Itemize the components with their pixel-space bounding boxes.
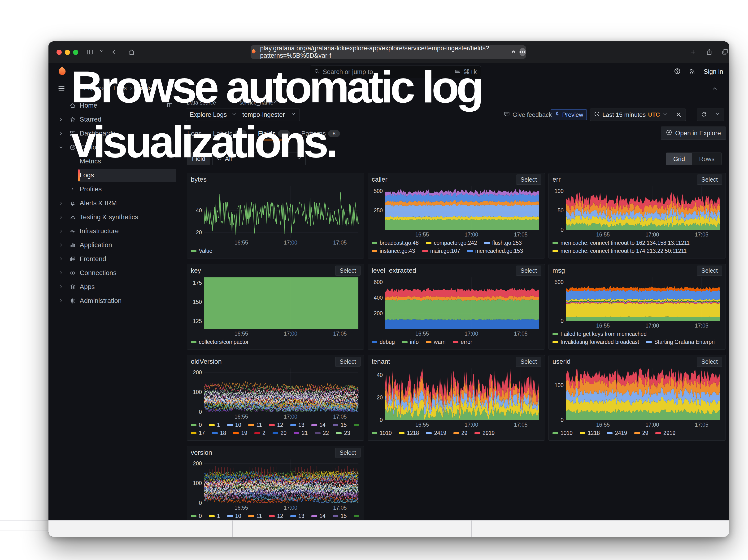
legend-item[interactable]: 16 (354, 513, 360, 519)
legend-item[interactable]: 1218 (399, 430, 419, 436)
legend-item[interactable]: memcached.go:153 (467, 248, 523, 254)
more-options-icon[interactable]: ••• (519, 48, 526, 56)
time-range-picker[interactable]: Last 15 minutes UTC (590, 109, 672, 121)
refresh-button[interactable] (697, 109, 711, 121)
panel-select-button[interactable]: Select (516, 357, 541, 367)
give-feedback-button[interactable]: Give feedback (504, 111, 552, 119)
legend-item[interactable]: 13 (290, 422, 304, 428)
legend-item[interactable]: 2919 (474, 430, 495, 436)
sidebar-item-connections[interactable]: Connections (55, 266, 176, 280)
panel-select-button[interactable]: Select (697, 265, 722, 276)
minimize-window-button[interactable] (65, 50, 70, 55)
legend-item[interactable]: 16 (354, 422, 360, 428)
legend-item[interactable]: 11 (248, 422, 262, 428)
sidebar-item-apps[interactable]: Apps (55, 280, 176, 294)
legend-item[interactable]: 14 (311, 513, 326, 519)
sidebar-item-testing-synthetics[interactable]: Testing & synthetics (55, 210, 176, 224)
help-icon[interactable] (674, 68, 681, 76)
legend-item[interactable]: 10 (227, 513, 241, 519)
legend-item[interactable]: 21 (294, 430, 308, 436)
legend-item[interactable]: debug (372, 339, 395, 345)
chevron-down-icon[interactable] (99, 48, 104, 56)
sidebar-item-frontend[interactable]: Frontend (55, 252, 176, 265)
refresh-interval-dropdown[interactable] (711, 109, 724, 121)
sidebar-item-application[interactable]: Application (55, 238, 176, 252)
sidebar-toggle-icon[interactable] (86, 48, 94, 56)
grafana-logo[interactable] (56, 66, 68, 78)
legend-item[interactable]: compactor.go:242 (426, 240, 477, 246)
back-icon[interactable] (110, 48, 118, 56)
legend-item[interactable]: 22 (315, 430, 329, 436)
legend-item[interactable]: 2 (254, 430, 265, 436)
legend-item[interactable]: 2419 (426, 430, 446, 436)
chevron-right-icon[interactable] (55, 284, 66, 289)
preview-badge[interactable]: Preview (551, 109, 587, 120)
panel-select-button[interactable]: Select (697, 357, 722, 367)
legend-item[interactable]: 15 (333, 513, 347, 519)
rows-view-button[interactable]: Rows (692, 153, 722, 165)
legend-item[interactable]: 15 (333, 422, 347, 428)
panel-select-button[interactable]: Select (335, 357, 360, 367)
sign-in-link[interactable]: Sign in (704, 68, 723, 75)
address-bar[interactable]: play.grafana.org/a/grafana-lokiexplore-a… (251, 45, 526, 59)
legend-item[interactable]: 19 (233, 430, 247, 436)
legend-item[interactable]: 23 (336, 430, 350, 436)
panel-select-button[interactable]: Select (516, 174, 541, 185)
legend-item[interactable]: 13 (290, 513, 304, 519)
legend-item[interactable]: 29 (634, 430, 649, 436)
legend-item[interactable]: Value (191, 248, 212, 254)
sidebar-item-alerts-irm[interactable]: Alerts & IRM (55, 196, 176, 210)
chevron-right-icon[interactable] (55, 131, 66, 136)
chevron-right-icon[interactable] (55, 201, 66, 206)
close-window-button[interactable] (56, 50, 62, 55)
chevron-right-icon[interactable] (55, 270, 66, 276)
chevron-right-icon[interactable] (55, 117, 66, 122)
sidebar-item-logs[interactable]: Logs (55, 169, 176, 182)
new-tab-icon[interactable] (689, 48, 697, 56)
tabs-overview-icon[interactable] (721, 48, 729, 56)
sidebar-item-administration[interactable]: Administration (55, 294, 176, 307)
legend-item[interactable]: 14 (311, 422, 326, 428)
legend-item[interactable]: error (453, 339, 472, 345)
sidebar-item-profiles[interactable]: Profiles (55, 183, 176, 196)
legend-item[interactable]: Invalidating forwarded broadcast (553, 339, 639, 345)
chevron-right-icon[interactable] (66, 187, 79, 192)
legend-item[interactable]: 1010 (553, 430, 572, 436)
legend-item[interactable]: warn (426, 339, 446, 345)
legend-item[interactable]: memcache: connect timeout to 174.213.22.… (553, 248, 687, 254)
chevron-down-icon[interactable] (55, 145, 66, 150)
legend-item[interactable]: collectors/compactor (191, 339, 249, 345)
legend-item[interactable]: 1 (209, 513, 220, 519)
legend-item[interactable]: 12 (269, 422, 283, 428)
legend-item[interactable]: instance.go:43 (372, 248, 415, 254)
legend-item[interactable]: memcache: connect timeout to 162.134.158… (553, 240, 689, 246)
legend-item[interactable]: 17 (191, 430, 205, 436)
legend-item[interactable]: 1218 (580, 430, 600, 436)
panel-select-button[interactable]: Select (697, 174, 722, 185)
legend-item[interactable]: 11 (248, 513, 262, 519)
home-icon[interactable] (128, 48, 136, 56)
legend-item[interactable]: 20 (273, 430, 287, 436)
legend-item[interactable]: flush.go:253 (484, 240, 522, 246)
legend-item[interactable]: 12 (269, 513, 283, 519)
legend-item[interactable]: Failed to get keys from memcached (553, 331, 647, 337)
share-icon[interactable] (706, 48, 713, 56)
menu-icon[interactable] (57, 85, 66, 93)
legend-item[interactable]: 2419 (607, 430, 627, 436)
legend-item[interactable]: 1010 (372, 430, 392, 436)
grid-view-button[interactable]: Grid (666, 153, 692, 165)
legend-item[interactable]: main.go:107 (422, 248, 460, 254)
zoom-window-button[interactable] (73, 50, 78, 55)
chevron-right-icon[interactable] (55, 229, 66, 234)
chevron-up-icon[interactable] (711, 85, 719, 93)
panel-select-button[interactable]: Select (335, 448, 360, 458)
legend-item[interactable]: 0 (191, 513, 202, 519)
panel-select-button[interactable]: Select (516, 265, 541, 276)
legend-item[interactable]: Starting Grafana Enterpri (646, 339, 715, 345)
panel-select-button[interactable]: Select (335, 265, 360, 276)
legend-item[interactable]: info (402, 339, 419, 345)
legend-item[interactable]: 1 (209, 422, 220, 428)
legend-item[interactable]: 0 (191, 422, 202, 428)
zoom-out-button[interactable] (672, 109, 685, 121)
legend-item[interactable]: broadcast.go:48 (372, 240, 419, 246)
